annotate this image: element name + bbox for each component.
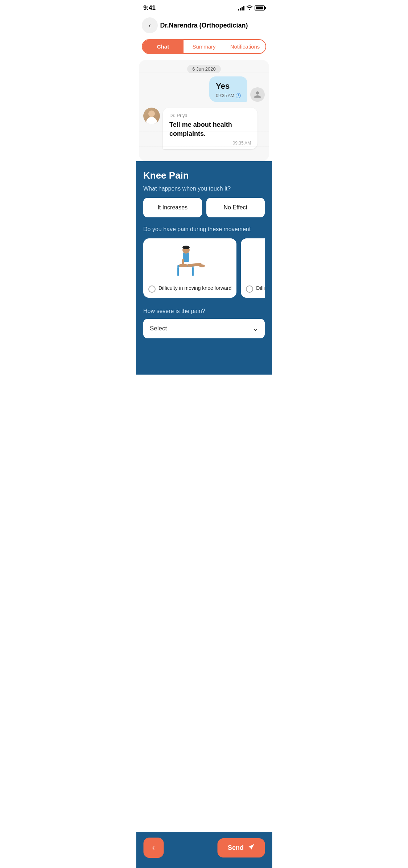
severity-select[interactable]: Select ⌄ [143,319,265,338]
user-message-time: 09:35 AM [216,93,241,98]
movement-label-forward: Difficulty in moving knee forward [158,285,231,291]
movement-card-backward: Difficulty in moving knee backward [241,238,265,298]
question1-label: What happens when you touch it? [143,185,265,192]
signal-bars-icon [238,5,244,11]
doctor-message-row: Dr. Priya Tell me about health complaint… [143,108,265,149]
options-row: It Increases No Effect [143,198,265,217]
question-section: Knee Pain What happens when you touch it… [136,161,272,375]
header-title: Dr.Narendra (Orthopedician) [158,22,250,29]
select-text: Select [150,325,167,332]
chat-area: 6 Jun 2020 Yes 09:35 AM Dr. Priya Tell m… [139,60,269,161]
tab-summary[interactable]: Summary [184,40,224,53]
user-message-row: Yes 09:35 AM [143,76,265,102]
tabs-container: Chat Summary Notifications [142,39,266,54]
radio-forward[interactable] [148,285,156,293]
chevron-down-icon: ⌄ [253,325,258,333]
movement-cards: Difficulty in moving knee forward [143,238,265,299]
user-avatar [250,87,265,102]
user-avatar-icon [254,91,261,99]
status-time: 9:41 [143,4,156,12]
sender-name: Dr. Priya [169,113,251,118]
option-it-increases[interactable]: It Increases [143,198,202,217]
movement-illustration-backward [246,244,265,280]
svg-point-5 [182,246,190,249]
svg-rect-2 [192,267,194,276]
movement-label-backward: Difficulty in moving knee backward [256,285,265,291]
knee-forward-illustration [170,245,210,280]
date-badge: 6 Jun 2020 [143,66,265,72]
doctor-message-time: 09:35 AM [169,141,251,146]
tab-chat[interactable]: Chat [143,40,184,53]
svg-rect-9 [182,259,184,266]
movement-radio-row-backward: Difficulty in moving knee backward [246,285,265,293]
section-title: Knee Pain [143,170,265,181]
movement-card-forward: Difficulty in moving knee forward [143,238,236,298]
doctor-avatar [143,108,160,124]
svg-point-8 [199,264,205,267]
battery-icon [255,5,265,11]
option-no-effect[interactable]: No Effect [206,198,265,217]
status-bar: 9:41 [136,0,272,14]
movement-illustration-forward [148,244,231,280]
tab-notifications[interactable]: Notifications [224,40,265,53]
question3-label: How severe is the pain? [143,308,265,314]
user-message-text: Yes [216,82,241,91]
svg-rect-1 [177,267,179,276]
back-header-button[interactable]: ‹ [142,17,158,33]
header: ‹ Dr.Narendra (Orthopedician) [136,14,272,39]
clock-icon [236,93,241,98]
doctor-message-bubble: Dr. Priya Tell me about health complaint… [163,108,257,149]
status-icons [238,5,265,11]
question2-label: Do you have pain during these movement [143,226,265,233]
wifi-icon [247,5,252,11]
doctor-avatar-image [143,108,160,124]
doctor-message-text: Tell me about health complaints. [169,120,251,138]
movement-radio-row-forward: Difficulty in moving knee forward [148,285,231,293]
user-message-bubble: Yes 09:35 AM [209,76,247,102]
radio-backward[interactable] [246,285,253,293]
